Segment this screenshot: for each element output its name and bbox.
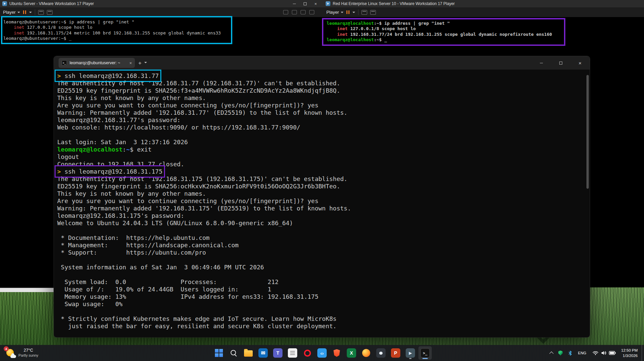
suspend-options-chevron-icon[interactable] (29, 12, 32, 14)
send-ctrl-alt-del-button[interactable] (361, 10, 367, 15)
vmware-ubuntu-titlebar: Ubuntu Server - VMware Workstation 17 Pl… (0, 0, 323, 7)
terminal-line: * Management: https://landscape.canonica… (57, 242, 590, 249)
tab-close-icon[interactable]: × (129, 61, 132, 66)
show-desktop-button[interactable] (642, 345, 643, 361)
terminal-line: This key is not known by any other names… (57, 190, 590, 197)
shield-icon (558, 351, 563, 356)
terminal-line: leomarqz@192.168.31.77's password: (57, 116, 590, 124)
hard-disk-icon[interactable] (283, 10, 288, 14)
vmware-rhel-title: Red Hat Enterprise Linux Server 10 - VMw… (333, 1, 455, 6)
tray-chevron-up-icon[interactable] (548, 346, 555, 360)
terminal-line: Memory usage: 13% IPv4 address for ens33… (57, 293, 590, 300)
maximize-icon (559, 62, 562, 65)
send-ctrl-alt-del-button[interactable] (38, 10, 44, 15)
firefox-icon (362, 349, 370, 357)
vmware-player-icon (326, 1, 330, 6)
powerpoint-icon: P (391, 348, 400, 358)
terminal-icon: >_ (420, 348, 430, 358)
terminal-minimize-button[interactable] (532, 56, 551, 70)
terminal-line: leomarqz@localhost:~$ _ (327, 37, 644, 42)
terminal-line: inet 127.0.0.1/8 scope host lo (3, 25, 323, 30)
taskbar-icon-excel[interactable]: X (345, 346, 358, 360)
taskbar-icon-firefox[interactable] (359, 346, 373, 360)
terminal-line (57, 227, 590, 234)
terminal-line: just raised the bar for easy, resilient … (57, 323, 590, 330)
notification-badge: 4 (4, 346, 9, 351)
maximize-icon (304, 2, 307, 5)
terminal-line: * Documentation: https://help.ubuntu.com (57, 234, 590, 242)
taskbar-icon-start[interactable] (212, 346, 226, 360)
tab-dropdown-button[interactable] (144, 61, 147, 66)
taskbar-icon-teams[interactable]: T (271, 346, 285, 360)
terminal-line: System load: 0.0 Processes: 212 (57, 278, 590, 286)
fullscreen-button[interactable] (47, 10, 53, 15)
vmware-ubuntu-title: Ubuntu Server - VMware Workstation 17 Pl… (9, 1, 94, 6)
taskbar-icon-outlook[interactable]: ✉ (256, 346, 270, 360)
vm-minimize-button[interactable] (289, 0, 300, 7)
bluetooth-icon[interactable] (566, 346, 575, 360)
taskbar-icon-vscode[interactable]: ‹› (315, 346, 329, 360)
vm-maximize-button[interactable] (300, 0, 310, 7)
taskbar-icon-vmware-workstation[interactable]: ▶ (404, 346, 417, 360)
terminal-titlebar[interactable]: >_ leomarqz@ubuntuserver: ~ × + × (54, 56, 590, 70)
terminal-line: System information as of Sat Jan 3 06:49… (57, 264, 590, 271)
suspend-vm-button[interactable] (346, 10, 350, 14)
new-tab-button[interactable]: + (138, 60, 142, 66)
player-menu-label: Player (3, 10, 16, 15)
terminal-line: Web console: https://localhost:9090/ or … (57, 124, 590, 131)
vm-screen-ubuntu[interactable]: leomarqz@ubuntuserver:~$ ip address | gr… (0, 17, 323, 41)
minimize-icon (540, 63, 543, 63)
taskbar-icon-search[interactable] (227, 346, 240, 360)
terminal-line: > ssh leomarqz@192.168.31.175 (57, 168, 590, 175)
terminal-line: > ssh leomarqz@192.168.31.77 (57, 72, 590, 80)
terminal-line: inet 192.168.31.77/24 brd 192.168.31.255… (327, 32, 644, 37)
taskbar-icon-opera[interactable] (301, 346, 314, 360)
terminal-line: Warning: Permanently added '192.168.31.1… (57, 205, 590, 212)
terminal-content[interactable]: > ssh leomarqz@192.168.31.77The authenti… (54, 70, 590, 337)
suspend-vm-button[interactable] (23, 10, 26, 14)
terminal-line: Are you sure you want to continue connec… (57, 197, 590, 205)
network-adapter-icon[interactable] (301, 10, 306, 14)
opera-icon (304, 350, 311, 357)
brave-icon (333, 349, 340, 357)
terminal-line: ED25519 key fingerprint is SHA256:ocHkxv… (57, 183, 590, 190)
fullscreen-button[interactable] (370, 10, 376, 15)
terminal-maximize-button[interactable] (551, 56, 570, 70)
network-volume-battery-group[interactable] (590, 346, 619, 360)
taskbar: 4 27°C Partly sunny ✉T‹›XP▶>_ ENG 12:50 … (0, 345, 644, 361)
terminal-output: > ssh leomarqz@192.168.31.77The authenti… (54, 70, 590, 330)
windows-terminal-window: >_ leomarqz@ubuntuserver: ~ × + × > ssh … (54, 56, 590, 337)
suspend-options-chevron-icon[interactable] (352, 12, 355, 14)
taskbar-icon-powerpoint[interactable]: P (389, 346, 402, 360)
terminal-scrollbar[interactable] (586, 72, 589, 335)
vm-close-button[interactable]: × (310, 0, 321, 7)
terminal-line: ED25519 key fingerprint is SHA256:f3+a4M… (57, 87, 590, 94)
terminal-line: Connection to 192.168.31.77 closed. (57, 161, 590, 168)
taskbar-icon-github-desktop[interactable] (374, 346, 388, 360)
toolbar-divider (35, 9, 35, 15)
weather-widget[interactable]: 4 27°C Partly sunny (1, 345, 42, 361)
taskbar-icon-brave[interactable] (330, 346, 343, 360)
language-indicator[interactable]: ENG (575, 346, 589, 360)
player-menu-button[interactable]: Player (326, 10, 343, 15)
file-explorer-icon (244, 350, 253, 357)
sound-device-icon[interactable] (309, 10, 314, 14)
taskbar-icon-terminal[interactable]: >_ (418, 346, 432, 360)
vm-screen-rhel[interactable]: leomarqz@localhost:~$ ip address | grep … (323, 17, 644, 42)
player-menu-button[interactable]: Player (3, 10, 20, 15)
github-desktop-icon (376, 348, 386, 358)
terminal-line: The authenticity of host '192.168.31.77 … (57, 80, 590, 87)
scrollbar-thumb[interactable] (586, 75, 589, 189)
taskbar-icon-file-explorer[interactable] (242, 346, 255, 360)
clock-date: 1/3/2026 (623, 353, 638, 358)
volume-icon (601, 351, 607, 355)
cloud-icon (10, 355, 16, 358)
vmware-rhel-toolbar: Player (323, 7, 644, 17)
terminal-close-button[interactable]: × (570, 56, 590, 70)
taskbar-icon-notepad[interactable] (286, 346, 299, 360)
vm-left-terminal: leomarqz@ubuntuserver:~$ ip address | gr… (0, 17, 323, 41)
terminal-tab[interactable]: >_ leomarqz@ubuntuserver: ~ × (59, 58, 135, 68)
cd-dvd-icon[interactable] (292, 10, 297, 14)
security-shield-icon[interactable] (556, 346, 565, 360)
clock[interactable]: 12:50 PM 1/3/2026 (619, 346, 641, 360)
